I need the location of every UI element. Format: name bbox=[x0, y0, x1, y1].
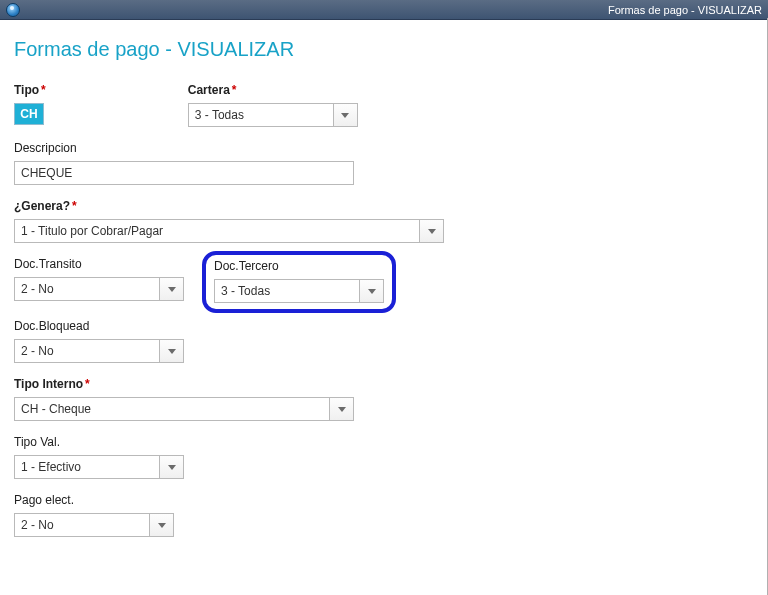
window-titlebar: Formas de pago - VISUALIZAR bbox=[0, 0, 768, 20]
doc-transito-label: Doc.Transito bbox=[14, 257, 184, 271]
doc-tercero-highlight: Doc.Tercero 3 - Todas bbox=[202, 251, 396, 313]
cartera-label: Cartera* bbox=[188, 83, 358, 97]
doc-tercero-select[interactable]: 3 - Todas bbox=[214, 279, 384, 303]
tipo-interno-select[interactable]: CH - Cheque bbox=[14, 397, 354, 421]
chevron-down-icon[interactable] bbox=[149, 514, 173, 536]
tipo-val-label: Tipo Val. bbox=[14, 435, 184, 449]
genera-value: 1 - Titulo por Cobrar/Pagar bbox=[21, 224, 163, 238]
tipo-val-value: 1 - Efectivo bbox=[21, 460, 81, 474]
doc-bloquead-select[interactable]: 2 - No bbox=[14, 339, 184, 363]
tipo-label: Tipo* bbox=[14, 83, 46, 97]
chevron-down-icon[interactable] bbox=[419, 220, 443, 242]
doc-tercero-value: 3 - Todas bbox=[221, 284, 270, 298]
tipo-value: CH bbox=[14, 103, 44, 125]
descripcion-input[interactable]: CHEQUE bbox=[14, 161, 354, 185]
chevron-down-icon[interactable] bbox=[159, 278, 183, 300]
tipo-val-select[interactable]: 1 - Efectivo bbox=[14, 455, 184, 479]
pago-elect-value: 2 - No bbox=[21, 518, 54, 532]
descripcion-label: Descripcion bbox=[14, 141, 354, 155]
app-icon bbox=[6, 3, 20, 17]
doc-transito-select[interactable]: 2 - No bbox=[14, 277, 184, 301]
tipo-interno-label: Tipo Interno* bbox=[14, 377, 354, 391]
doc-tercero-label: Doc.Tercero bbox=[214, 259, 384, 273]
pago-elect-select[interactable]: 2 - No bbox=[14, 513, 174, 537]
chevron-down-icon[interactable] bbox=[159, 456, 183, 478]
pago-elect-label: Pago elect. bbox=[14, 493, 174, 507]
chevron-down-icon[interactable] bbox=[333, 104, 357, 126]
page-title: Formas de pago - VISUALIZAR bbox=[14, 38, 754, 61]
tipo-interno-value: CH - Cheque bbox=[21, 402, 91, 416]
window-title: Formas de pago - VISUALIZAR bbox=[608, 4, 762, 16]
cartera-select[interactable]: 3 - Todas bbox=[188, 103, 358, 127]
chevron-down-icon[interactable] bbox=[159, 340, 183, 362]
doc-bloquead-label: Doc.Bloquead bbox=[14, 319, 184, 333]
doc-bloquead-value: 2 - No bbox=[21, 344, 54, 358]
genera-select[interactable]: 1 - Titulo por Cobrar/Pagar bbox=[14, 219, 444, 243]
doc-transito-value: 2 - No bbox=[21, 282, 54, 296]
genera-label: ¿Genera?* bbox=[14, 199, 444, 213]
chevron-down-icon[interactable] bbox=[329, 398, 353, 420]
chevron-down-icon[interactable] bbox=[359, 280, 383, 302]
cartera-value: 3 - Todas bbox=[195, 108, 244, 122]
